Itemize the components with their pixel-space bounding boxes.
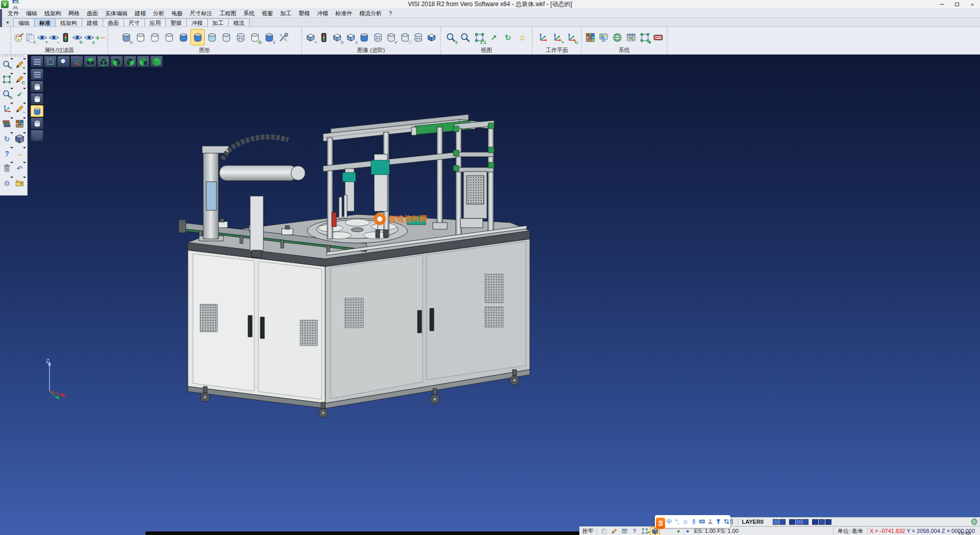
mesh-button[interactable] (234, 30, 247, 45)
menu-item[interactable]: 电极 (168, 10, 186, 17)
tab-dropdown-button[interactable]: ▼ (2, 19, 13, 27)
ime-voice-button[interactable] (690, 517, 698, 527)
hide-all-button[interactable]: − (101, 30, 106, 45)
ribbon-tab[interactable]: 曲面 (103, 18, 124, 27)
system-table-button[interactable] (625, 30, 638, 45)
ime-toolbox-button[interactable] (722, 517, 730, 527)
ime-keyboard-button[interactable] (698, 517, 706, 527)
web-settings-button[interactable] (611, 30, 624, 45)
menu-item[interactable]: 线架构 (41, 10, 65, 17)
image-toggle-button[interactable]: ± (345, 30, 357, 45)
viewport[interactable]: 智造资料网 Z ≡×C±✔~↻?↔↶⚙ (0, 55, 980, 535)
project-folder-tool[interactable] (14, 176, 26, 190)
spline-tool[interactable]: ~ (14, 102, 26, 116)
ribbon-tab[interactable]: 冲模 (186, 18, 208, 27)
globe-icon[interactable] (970, 518, 978, 526)
show-all-button[interactable]: + (95, 30, 100, 45)
menu-item[interactable]: 网格 (65, 10, 83, 17)
ime-skin-button[interactable] (714, 517, 722, 527)
status-help-button[interactable]: ? (630, 527, 639, 535)
layer-swatch[interactable] (812, 519, 818, 525)
filter-properties-button[interactable] (13, 30, 24, 45)
ribbon-tab[interactable]: 建模 (82, 18, 103, 27)
zoom-scale-tool[interactable]: ± (1, 87, 13, 101)
erase-tool[interactable]: × (14, 58, 26, 71)
fit-view-tool[interactable] (1, 72, 13, 86)
shaded-button[interactable] (177, 30, 190, 45)
color-settings-button[interactable] (584, 30, 597, 45)
zoom-previous-button[interactable] (57, 56, 70, 67)
status-picker-button[interactable] (609, 527, 619, 535)
axis-triad-button[interactable] (70, 56, 83, 67)
help-tool[interactable]: ? (1, 147, 13, 160)
tag-view-button[interactable]: □ (399, 30, 411, 45)
active-layer-label[interactable]: LAYER0 (738, 519, 768, 525)
zoom-dynamic-button[interactable]: ± (444, 30, 457, 45)
snap-label[interactable]: 拴牢 (579, 527, 597, 535)
status-green-indicator[interactable]: ● (675, 527, 682, 535)
save-all-button[interactable]: ⇩ (11, 0, 19, 5)
view-shaded-button[interactable] (150, 56, 163, 67)
measure-tool[interactable]: ↔ (14, 147, 26, 160)
ime-person-button[interactable] (706, 517, 714, 527)
import-graphics-button[interactable]: ⇩ (262, 30, 276, 45)
ribbon-tab[interactable]: 加工 (207, 18, 229, 27)
status-stats-button[interactable] (620, 527, 629, 535)
strip-wireframe-button[interactable] (31, 81, 43, 92)
ribbon-tab[interactable]: 尺寸 (124, 18, 145, 27)
ribbon-tab[interactable]: 应用 (144, 18, 166, 27)
display-settings-button[interactable] (598, 30, 610, 45)
ribbon-tab[interactable]: 编辑 (13, 18, 35, 27)
solid-cube-tool[interactable] (14, 132, 26, 145)
workplane-set-button[interactable] (536, 30, 549, 45)
menu-item[interactable]: 冲模 (313, 10, 332, 17)
zoom-1to1-button[interactable]: 1:1 (473, 30, 486, 45)
solid-view-button[interactable] (358, 30, 371, 45)
workplane-tool[interactable] (1, 102, 13, 116)
menu-item[interactable]: 建模 (131, 10, 150, 17)
delete-tool[interactable] (1, 161, 13, 175)
shaded-edges-button[interactable] (191, 30, 204, 45)
layer-swatch[interactable] (802, 519, 808, 525)
workplane-move-button[interactable]: + (550, 30, 564, 45)
sketch-tool[interactable]: C (14, 72, 26, 86)
ribbon-tab[interactable]: 标准 (34, 18, 56, 27)
strip-hidden-button[interactable] (31, 93, 43, 105)
graphics-options-button[interactable] (277, 30, 290, 45)
translucent-button[interactable] (205, 30, 218, 45)
regen-all-button[interactable]: ♻ (248, 30, 261, 45)
refresh-tool[interactable]: ↻ (1, 132, 13, 145)
filter-layers-button[interactable]: ≡ (25, 30, 36, 45)
minimize-button[interactable] (934, 0, 949, 9)
strip-mesh-button[interactable] (31, 130, 43, 141)
wireframe-button[interactable] (134, 30, 147, 45)
layer-swatch[interactable] (825, 519, 831, 525)
layer-palette-tool[interactable] (1, 117, 13, 131)
strip-menu-button[interactable] (31, 68, 43, 80)
view-front-button[interactable] (110, 56, 123, 67)
hide-remove-button[interactable]: − (48, 30, 59, 45)
dashed-hidden-button[interactable] (162, 30, 176, 45)
image-add-button[interactable]: + (304, 30, 316, 45)
image-refresh-button[interactable]: ↻ (331, 30, 344, 45)
keyboard-settings-button[interactable] (652, 30, 665, 45)
layer-swatch[interactable] (779, 519, 786, 525)
menu-item[interactable]: 加工 (277, 10, 295, 17)
status-blue-indicator[interactable]: ● (684, 527, 691, 535)
menu-item[interactable]: 标准件 (332, 10, 356, 17)
regen-button[interactable]: ↻ (119, 30, 133, 45)
view-right-button[interactable] (124, 56, 136, 67)
strip-shaded-button[interactable] (31, 105, 43, 117)
view-iso-button[interactable] (97, 56, 110, 67)
layer-swatch[interactable] (796, 519, 802, 525)
menu-item[interactable]: 实体编辑 (102, 10, 131, 17)
layer-swatch[interactable] (773, 519, 779, 525)
ribbon-tab[interactable]: 线架构 (55, 18, 82, 27)
fit-window-button[interactable] (44, 56, 57, 67)
validate-view-button[interactable]: ✔ (385, 30, 397, 45)
ime-logo-icon[interactable]: S (656, 518, 665, 529)
view-top-button[interactable] (84, 56, 96, 67)
ribbon-tab[interactable]: 塑膜 (165, 18, 187, 27)
striped-view-button[interactable] (372, 30, 384, 45)
strip-flat-button[interactable] (31, 117, 43, 129)
